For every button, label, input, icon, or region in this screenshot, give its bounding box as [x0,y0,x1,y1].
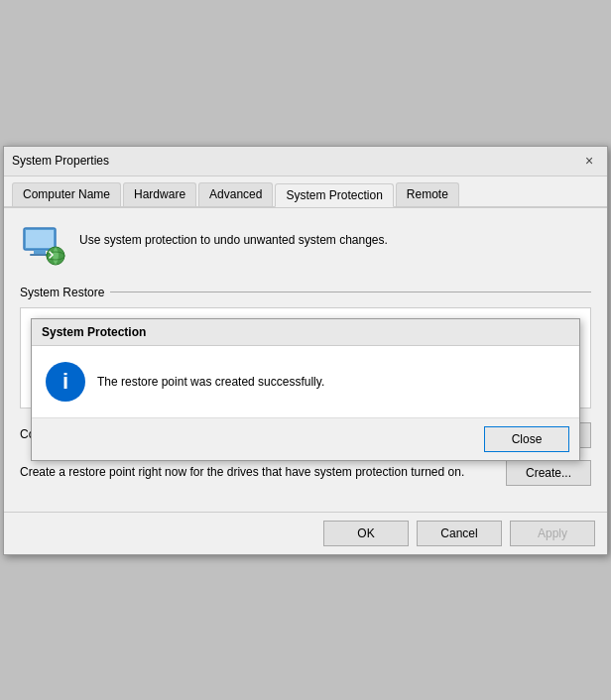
system-protection-icon [20,222,67,270]
svg-rect-1 [26,230,54,248]
create-row: Create a restore point right now for the… [20,460,591,486]
info-icon: i [46,362,85,402]
system-protection-dialog: System Protection i The restore point wa… [31,318,580,461]
footer: OK Cancel Apply [4,512,607,554]
system-restore-heading: System Restore [20,286,591,299]
create-button[interactable]: Create... [506,460,591,486]
system-properties-window: System Properties × Computer Name Hardwa… [3,146,608,555]
tab-remote[interactable]: Remote [396,182,459,206]
apply-button[interactable]: Apply [510,521,595,546]
info-row: Use system protection to undo unwanted s… [20,222,591,270]
window-title: System Properties [12,154,109,168]
dialog-footer: Close [32,417,579,460]
cancel-button[interactable]: Cancel [417,521,502,546]
tab-advanced[interactable]: Advanced [198,182,273,206]
svg-rect-2 [34,250,46,254]
window-close-button[interactable]: × [579,151,599,171]
section-heading-label: System Restore [20,286,104,299]
info-text: Use system protection to undo unwanted s… [79,222,388,249]
tab-computer-name[interactable]: Computer Name [12,182,121,206]
tabs-container: Computer Name Hardware Advanced System P… [4,176,607,208]
dialog-close-button[interactable]: Close [484,426,569,452]
dialog-message: The restore point was created successful… [97,375,324,389]
tab-system-protection[interactable]: System Protection [275,183,393,207]
create-description: Create a restore point right now for the… [20,464,494,481]
tab-content: Use system protection to undo unwanted s… [4,208,607,512]
ok-button[interactable]: OK [323,521,409,546]
dialog-body: i The restore point was created successf… [32,346,579,417]
dialog-title: System Protection [32,319,579,346]
title-bar: System Properties × [4,147,607,176]
system-restore-section-box: (...) System Protection i The restore po… [20,307,591,408]
tab-hardware[interactable]: Hardware [123,182,196,206]
section-divider [110,292,591,292]
